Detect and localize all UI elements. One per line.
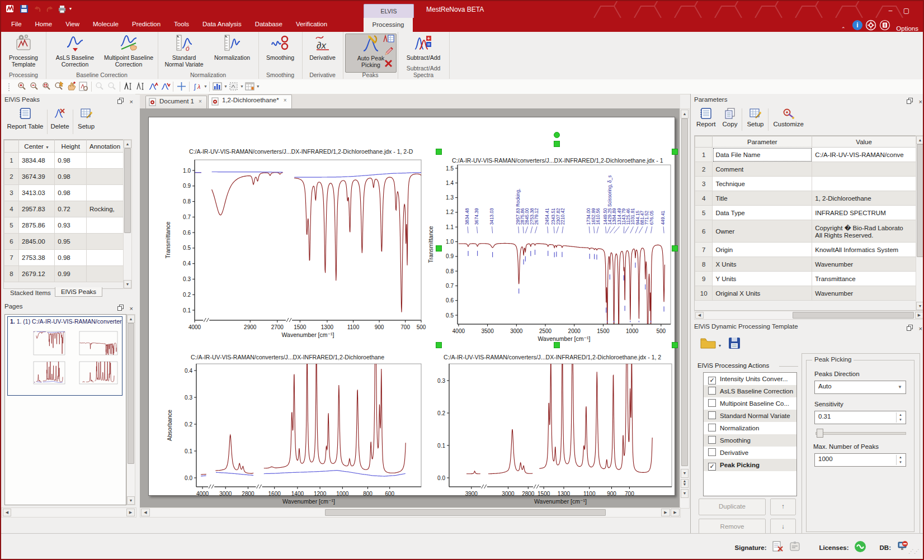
tab-elvis-peaks[interactable]: ElViS Peaks — [55, 287, 102, 297]
redo-button[interactable] — [45, 4, 55, 16]
selection-handle[interactable] — [436, 342, 442, 348]
sensitivity-slider-track[interactable] — [815, 432, 906, 435]
menu-data-analysis[interactable]: Data Analysis — [196, 18, 248, 30]
menu-file[interactable]: File — [4, 18, 29, 30]
max-peaks-input[interactable]: 1000 ▲▼ — [814, 453, 906, 467]
tab-dichloroethane[interactable]: 1,2-Dichloroethane*× — [208, 94, 292, 108]
checkbox-icon[interactable] — [708, 424, 716, 431]
table-dropdown[interactable] — [244, 81, 256, 92]
open-template-button[interactable] — [700, 336, 716, 352]
peaks-table-scrollbar[interactable]: ▲ ▼ — [123, 139, 132, 289]
info-icon[interactable]: i — [852, 23, 863, 32]
delete-peaks-icon[interactable] — [383, 58, 394, 69]
peak-threshold-small-tool[interactable] — [134, 81, 147, 92]
peaks-table-row[interactable]: 23674.390.98 — [4, 169, 124, 185]
peaks-table-row[interactable]: 62845.000.95 — [4, 234, 124, 250]
parameters-table-row[interactable]: 1Data File NameC:/A-IR-UV-VIS-RAMAN/conv… — [695, 148, 916, 162]
print-button[interactable] — [57, 4, 67, 16]
db-status-icon[interactable] — [896, 540, 908, 555]
peaks-table-row[interactable]: 33413.030.98 — [4, 185, 124, 201]
peaks-table[interactable]: Center ▼HeightAnnotation13834.480.982367… — [4, 140, 124, 282]
ribbon-subtract-add[interactable]: +=Subtract/Add — [400, 34, 447, 72]
signature-badge-icon[interactable] — [789, 540, 801, 555]
integration-dropdown-caret-icon[interactable]: ▼ — [204, 84, 208, 88]
page-thumbnail[interactable]: 1. 1. (1) C:/A-IR-UV-VIS-RAMAN/converter… — [7, 316, 122, 396]
parameters-table-row[interactable]: 7OriginKnowItAll Informatics System — [695, 243, 916, 257]
canvas-vscrollbar[interactable]: ▲ ▼ ▲▼ ▼ — [680, 108, 690, 509]
zoom-in-tool[interactable] — [16, 81, 28, 92]
checkbox-icon[interactable] — [708, 448, 716, 456]
parameters-table-row[interactable]: 2Comment — [695, 162, 916, 177]
selection-rotate-handle[interactable] — [554, 132, 560, 138]
tab-document-1[interactable]: Document 1× — [145, 96, 207, 108]
sensitivity-input[interactable]: 0.31 ▲▼ — [814, 411, 906, 424]
selection-handle[interactable] — [672, 149, 678, 155]
close-panel-icon[interactable]: × — [130, 305, 133, 312]
peaks-table-row[interactable]: 13834.480.98 — [4, 153, 124, 169]
menu-tools[interactable]: Tools — [167, 18, 196, 30]
selection-handle[interactable] — [436, 245, 442, 251]
spectrum-chart-1[interactable]: C:/A-IR-UV-VIS-RAMAN/converters/J...DX-I… — [160, 147, 428, 343]
close-panel-icon[interactable]: × — [919, 98, 922, 105]
resize-grip[interactable]: ⋰⋰ — [908, 548, 920, 554]
peak-threshold-tool[interactable] — [122, 81, 134, 92]
spinner-icon[interactable]: ▲▼ — [896, 455, 904, 465]
action-standard-normal-variate[interactable]: Standard Normal Variate — [704, 410, 796, 422]
spectrum-chart-3[interactable]: C:/A-IR-UV-VIS-RAMAN/converters/J...DX-I… — [160, 353, 428, 507]
checkbox-icon[interactable]: ✓ — [708, 377, 716, 385]
spectrum-chart-2[interactable] — [76, 329, 120, 357]
float-panel-icon[interactable] — [907, 96, 913, 106]
ribbon-multipoint-baseline-correction[interactable]: Multipoint BaselineCorrection — [102, 34, 155, 72]
gear-icon[interactable] — [865, 23, 876, 32]
ribbon-asls-baseline-correction[interactable]: AsLS BaselineCorrection — [48, 34, 102, 72]
params-vscrollbar[interactable]: ▲ ▼ — [916, 135, 924, 311]
minimize-button[interactable]: – — [884, 7, 897, 15]
zoom-out-tool[interactable] — [28, 81, 40, 92]
peaks-direction-select[interactable]: Auto ▼ — [814, 381, 906, 394]
close-tab-icon[interactable]: × — [284, 97, 287, 103]
setup-button[interactable]: Setup — [747, 107, 763, 127]
signature-doc-icon[interactable] — [771, 540, 784, 555]
parameters-table-row[interactable]: 9Y UnitsTransmittance — [695, 272, 916, 286]
params-hscrollbar[interactable]: ◀ ▶ — [694, 311, 924, 320]
ribbon-normalization[interactable]: Normalization — [208, 34, 256, 72]
spectrum-chart-2[interactable]: C:/A-IR-UV-VIS-RAMAN/converters/J...DX-I… — [427, 156, 675, 343]
peaks-table-row[interactable]: 42957.830.72Rocking, — [4, 201, 124, 217]
parameters-table-row[interactable]: 5Data TypeINFRARED SPECTRUM — [695, 206, 916, 220]
menu-molecule[interactable]: Molecule — [86, 18, 125, 30]
tab-processing[interactable]: Processing — [364, 18, 413, 32]
open-template-caret-icon[interactable]: ▾ — [719, 343, 721, 348]
menu-home[interactable]: Home — [29, 18, 59, 30]
zoom-cursor-tool[interactable] — [53, 81, 65, 92]
move-up-button[interactable]: ↑ — [770, 499, 796, 515]
parameters-table-row[interactable]: 8X UnitsWavenumber — [695, 257, 916, 272]
document-canvas[interactable]: C:/A-IR-UV-VIS-RAMAN/converters/J...DX-I… — [140, 108, 680, 507]
undo-button[interactable] — [32, 4, 43, 16]
action-normalization[interactable]: Normalization — [704, 422, 796, 434]
peaks-table-row[interactable]: 72753.380.98 — [4, 250, 124, 266]
tab-elvis-contextual[interactable]: ELVIS — [364, 4, 414, 18]
spectrum-chart-1[interactable] — [30, 329, 67, 357]
parameters-table-row[interactable]: 4Title1, 2-Dichloroethane — [695, 191, 916, 206]
license-status-icon[interactable] — [854, 540, 866, 555]
action-multipoint-baseline-co-[interactable]: Multipoint Baseline Co... — [704, 397, 796, 410]
pages-hscrollbar[interactable]: ◀ ▶ — [1, 507, 136, 518]
ribbon-derivative[interactable]: ∂xDerivative — [304, 34, 341, 72]
checkbox-icon[interactable] — [708, 399, 716, 407]
save-button[interactable] — [19, 4, 29, 16]
crosshair-tool[interactable] — [175, 81, 187, 92]
checkbox-icon[interactable] — [708, 436, 716, 444]
parameters-table-row[interactable]: 10Original X UnitsWavenumber — [695, 286, 916, 301]
overlay-dropdown-caret-icon[interactable]: ▼ — [240, 84, 244, 88]
selection-handle[interactable] — [672, 245, 678, 251]
stack-plot-dropdown[interactable] — [211, 81, 224, 92]
canvas-hscrollbar[interactable]: ◀ ▶ ▶ — [140, 507, 681, 518]
quick-access-caret-icon[interactable]: ▾ — [69, 6, 72, 11]
float-panel-icon[interactable] — [907, 323, 913, 333]
peaks-table-row[interactable]: 82679.120.99 — [4, 266, 124, 282]
delete-button[interactable]: Delete — [48, 107, 72, 130]
action-asls-baseline-correction[interactable]: AsLS Baseline Correction — [704, 385, 796, 397]
ribbon-processing-template[interactable]: ProcessingTemplate — [3, 34, 44, 72]
close-tab-icon[interactable]: × — [199, 98, 202, 105]
spectrum-chart-3[interactable] — [30, 359, 67, 386]
